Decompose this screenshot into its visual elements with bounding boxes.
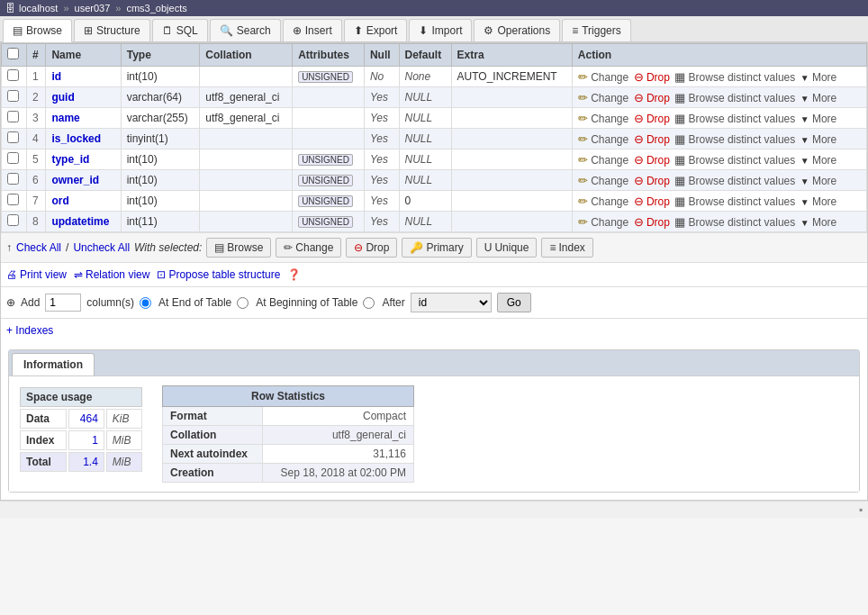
row-checkbox[interactable]: [7, 152, 19, 164]
propose-structure-link[interactable]: ⊡ Propose table structure: [157, 268, 280, 281]
more-action-link[interactable]: ▼ More: [800, 71, 837, 84]
browse-distinct-link[interactable]: ▦ Browse distinct values: [674, 154, 795, 167]
change-action-link[interactable]: ✏ Change: [578, 113, 628, 125]
row-num: 6: [27, 170, 46, 191]
row-extra: [451, 191, 572, 212]
after-column-select[interactable]: id guid name is_locked type_id owner_id …: [411, 293, 492, 312]
column-name-link[interactable]: owner_id: [51, 174, 99, 186]
row-name[interactable]: ord: [46, 191, 121, 212]
tab-triggers[interactable]: ≡ Triggers: [562, 19, 631, 41]
column-name-link[interactable]: guid: [51, 91, 74, 104]
column-name-link[interactable]: updatetime: [51, 215, 109, 228]
tab-export[interactable]: ⬆ Export: [344, 19, 408, 41]
change-action-link[interactable]: ✏ Change: [578, 195, 628, 208]
browse-selected-btn[interactable]: ▤ Browse: [206, 238, 271, 258]
more-action-link[interactable]: ▼ More: [800, 154, 837, 167]
print-view-link[interactable]: 🖨 Print view: [6, 268, 67, 281]
tab-import[interactable]: ⬇ Import: [409, 19, 472, 41]
at-end-radio[interactable]: [140, 297, 151, 309]
select-all-checkbox[interactable]: [7, 48, 19, 59]
unique-selected-btn[interactable]: U Unique: [476, 238, 538, 258]
more-action-link[interactable]: ▼ More: [800, 195, 837, 208]
more-action-link[interactable]: ▼ More: [800, 216, 837, 229]
browse-distinct-link[interactable]: ▦ Browse distinct values: [674, 216, 795, 229]
change-action-link[interactable]: ✏ Change: [578, 71, 628, 84]
browse-distinct-link[interactable]: ▦ Browse distinct values: [674, 195, 795, 208]
tab-sql[interactable]: 🗒 SQL: [152, 19, 208, 41]
column-name-link[interactable]: ord: [51, 194, 68, 207]
drop-selected-icon: ⊖: [354, 241, 363, 254]
browse-distinct-link[interactable]: ▦ Browse distinct values: [674, 71, 795, 84]
row-checkbox[interactable]: [7, 131, 19, 143]
browse-distinct-link[interactable]: ▦ Browse distinct values: [674, 175, 795, 187]
tab-search[interactable]: 🔍 Search: [210, 19, 281, 41]
index-selected-btn[interactable]: ≡ Index: [541, 238, 592, 258]
row-checkbox[interactable]: [7, 214, 19, 226]
space-label: Data: [20, 409, 67, 429]
footer-icon: ▪: [859, 503, 863, 516]
row-type: varchar(64): [121, 87, 200, 108]
more-action-link[interactable]: ▼ More: [800, 92, 837, 104]
indexes-link[interactable]: + Indexes: [6, 324, 53, 337]
browse-distinct-link[interactable]: ▦ Browse distinct values: [674, 133, 795, 146]
more-action-link[interactable]: ▼ More: [800, 113, 837, 125]
column-name-link[interactable]: name: [51, 112, 79, 124]
row-checkbox[interactable]: [7, 90, 19, 102]
drop-action-link[interactable]: ⊖ Drop: [634, 154, 670, 167]
drop-action-link[interactable]: ⊖ Drop: [634, 92, 670, 104]
change-action-link[interactable]: ✏ Change: [578, 154, 628, 167]
drop-action-link[interactable]: ⊖ Drop: [634, 175, 670, 187]
tab-browse-label: Browse: [26, 24, 62, 37]
primary-selected-btn[interactable]: 🔑 Primary: [402, 238, 471, 258]
col-null-header: Null: [364, 44, 399, 67]
row-name[interactable]: owner_id: [46, 170, 121, 191]
change-action-link[interactable]: ✏ Change: [578, 216, 628, 229]
change-selected-btn[interactable]: ✏ Change: [276, 238, 341, 258]
drop-action-link[interactable]: ⊖ Drop: [634, 133, 670, 146]
drop-selected-btn[interactable]: ⊖ Drop: [346, 238, 397, 258]
row-name[interactable]: type_id: [46, 149, 121, 170]
drop-action-link[interactable]: ⊖ Drop: [634, 195, 670, 208]
relation-icon: ⇌: [74, 268, 83, 281]
browse-distinct-link[interactable]: ▦ Browse distinct values: [674, 113, 795, 125]
add-column-input[interactable]: [45, 294, 81, 312]
row-checkbox[interactable]: [7, 69, 19, 81]
browse-distinct-link[interactable]: ▦ Browse distinct values: [674, 92, 795, 104]
table-row: 8updatetimeint(11)UNSIGNEDYesNULL ✏ Chan…: [2, 212, 867, 232]
stat-value: Sep 18, 2018 at 02:00 PM: [262, 464, 413, 483]
change-action-link[interactable]: ✏ Change: [578, 175, 628, 187]
tab-browse[interactable]: ▤ Browse: [3, 19, 72, 42]
row-name[interactable]: name: [46, 108, 121, 129]
change-action-link[interactable]: ✏ Change: [578, 133, 628, 146]
row-name[interactable]: updatetime: [46, 212, 121, 232]
row-checkbox[interactable]: [7, 194, 19, 205]
uncheck-all-link[interactable]: Uncheck All: [73, 241, 130, 254]
row-attributes: UNSIGNED: [293, 191, 365, 212]
more-action-link[interactable]: ▼ More: [800, 175, 837, 187]
row-checkbox[interactable]: [7, 173, 19, 185]
row-checkbox[interactable]: [7, 111, 19, 122]
drop-action-link[interactable]: ⊖ Drop: [634, 71, 670, 84]
space-usage-row: Total 1.4 MiB: [20, 452, 142, 472]
row-name[interactable]: guid: [46, 87, 121, 108]
row-name[interactable]: id: [46, 67, 121, 87]
column-name-link[interactable]: id: [51, 70, 61, 83]
tab-structure[interactable]: ⊞ Structure: [74, 19, 150, 41]
tab-structure-label: Structure: [96, 24, 140, 37]
row-name[interactable]: is_locked: [46, 129, 121, 149]
drop-action-link[interactable]: ⊖ Drop: [634, 216, 670, 229]
col-type-header: Type: [121, 44, 200, 67]
more-action-link[interactable]: ▼ More: [800, 133, 837, 146]
drop-action-link[interactable]: ⊖ Drop: [634, 113, 670, 125]
info-tab[interactable]: Information: [12, 353, 95, 375]
tab-insert[interactable]: ⊕ Insert: [283, 19, 342, 41]
go-button[interactable]: Go: [497, 293, 531, 312]
column-name-link[interactable]: type_id: [51, 153, 89, 166]
relation-view-link[interactable]: ⇌ Relation view: [74, 268, 149, 281]
tab-operations[interactable]: ⚙ Operations: [474, 19, 560, 41]
after-radio[interactable]: [363, 297, 375, 309]
column-name-link[interactable]: is_locked: [51, 132, 101, 145]
change-action-link[interactable]: ✏ Change: [578, 92, 628, 104]
at-begin-radio[interactable]: [237, 297, 249, 309]
check-all-link[interactable]: Check All: [16, 241, 61, 254]
